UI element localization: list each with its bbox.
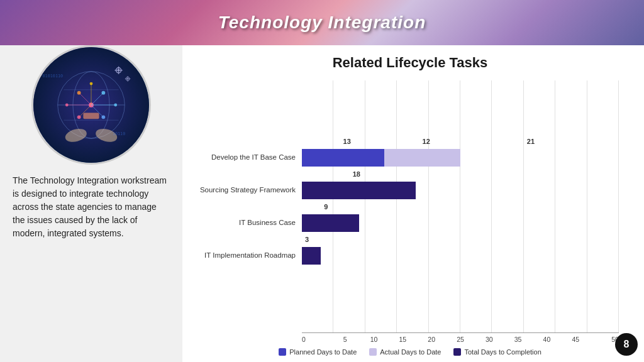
- page-title: Technology Integration: [218, 13, 426, 33]
- x-axis-tick: 50: [590, 336, 619, 343]
- chart-container: Develop the IT Base Case131221Sourcing S…: [195, 80, 625, 356]
- bar-label: IT Business Case: [195, 218, 296, 228]
- bar-segment: [302, 247, 321, 265]
- x-axis-tick: 40: [533, 336, 562, 343]
- bar-label: Develop the IT Base Case: [195, 153, 296, 162]
- x-axis-tick: 45: [561, 336, 590, 343]
- legend-item: Actual Days to Date: [369, 348, 441, 356]
- bar-segment: [302, 182, 416, 199]
- x-axis-tick: 25: [446, 336, 475, 343]
- x-axis-tick: 15: [388, 336, 417, 343]
- svg-rect-34: [128, 76, 128, 78]
- legend-label: Actual Days to Date: [380, 348, 441, 356]
- x-axis-tick: 20: [417, 336, 446, 343]
- svg-rect-31: [120, 70, 123, 70]
- legend-swatch: [453, 348, 461, 356]
- bar-value-actual: 12: [423, 138, 430, 145]
- bar-label: IT Implementation Roadmap: [195, 251, 296, 260]
- legend-item: Planned Days to Date: [279, 348, 357, 356]
- svg-rect-21: [83, 113, 99, 119]
- svg-rect-29: [118, 72, 119, 74]
- chart-legend: Planned Days to DateActual Days to DateT…: [195, 348, 625, 356]
- bar-value-planned: 13: [343, 138, 351, 145]
- chart-inner: Develop the IT Base Case131221Sourcing S…: [195, 80, 625, 332]
- x-axis-tick: 10: [360, 336, 389, 343]
- bar-label: Sourcing Strategy Framework: [195, 185, 296, 195]
- legend-swatch: [369, 348, 377, 356]
- svg-rect-30: [114, 70, 117, 70]
- bar-row: Develop the IT Base Case131221: [302, 141, 619, 174]
- header: Technology Integration: [0, 0, 644, 45]
- bar-value-total: 21: [527, 138, 535, 145]
- bar-row: IT Implementation Roadmap3: [302, 239, 619, 272]
- bar-planned: [302, 149, 384, 167]
- bar-wrapper: 18: [302, 180, 619, 200]
- bar-value-planned: 18: [353, 170, 360, 178]
- svg-point-33: [127, 78, 129, 80]
- svg-rect-35: [128, 80, 128, 82]
- avatar: 01010110 10110: [31, 45, 151, 165]
- description-text: The Technology Integration workstream is…: [13, 174, 170, 240]
- svg-text:01010110: 01010110: [43, 74, 64, 79]
- bar-value-planned: 9: [324, 203, 328, 211]
- x-axis: 05101520253035404550: [302, 332, 619, 343]
- bar-segment: [302, 214, 359, 232]
- svg-rect-36: [125, 79, 127, 79]
- bar-wrapper: 9: [302, 213, 619, 233]
- bar-row: Sourcing Strategy Framework18: [302, 174, 619, 207]
- svg-rect-28: [118, 67, 119, 69]
- left-panel: 01010110 10110: [0, 45, 182, 362]
- x-axis-tick: 0: [302, 336, 331, 343]
- bar-value-planned: 3: [305, 236, 309, 243]
- page-number-badge: 8: [615, 333, 638, 356]
- legend-item: Total Days to Completion: [453, 348, 541, 356]
- x-axis-tick: 5: [331, 336, 360, 343]
- right-panel: Related Lifecycle Tasks Develop: [182, 45, 644, 362]
- main-content: 01010110 10110: [0, 45, 644, 362]
- svg-text:10110: 10110: [113, 131, 125, 136]
- bar-actual: [384, 149, 460, 167]
- bar-wrapper: 131221: [302, 148, 619, 168]
- bars-area: Develop the IT Base Case131221Sourcing S…: [302, 141, 619, 272]
- x-axis-tick: 30: [475, 336, 504, 343]
- chart-title: Related Lifecycle Tasks: [195, 55, 625, 71]
- x-axis-tick: 35: [504, 336, 533, 343]
- legend-label: Total Days to Completion: [464, 348, 541, 356]
- tech-network-icon: 01010110 10110: [33, 45, 149, 165]
- legend-swatch: [279, 348, 286, 356]
- bar-wrapper: 3: [302, 246, 619, 266]
- svg-point-27: [118, 69, 120, 72]
- bar-row: IT Business Case9: [302, 207, 619, 239]
- legend-label: Planned Days to Date: [289, 348, 357, 356]
- svg-rect-37: [129, 79, 131, 79]
